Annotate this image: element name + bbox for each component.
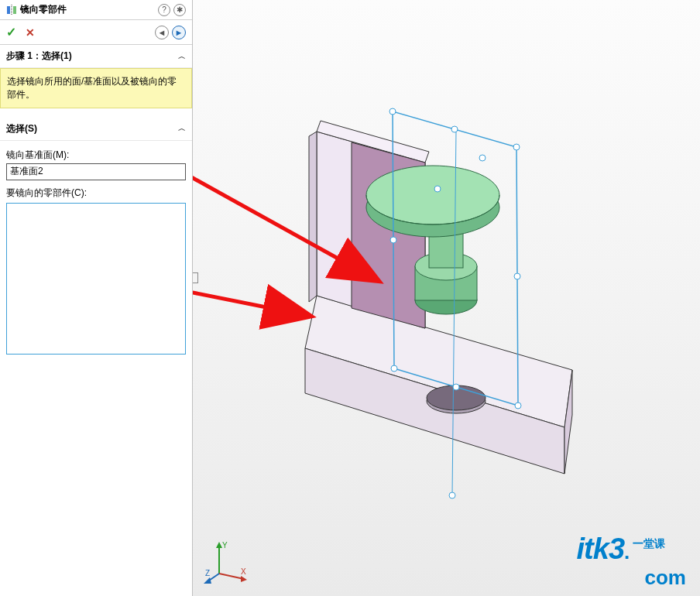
- watermark-text: itk3: [577, 533, 624, 565]
- svg-point-21: [391, 365, 397, 372]
- svg-line-34: [193, 279, 309, 316]
- model-view: [193, 0, 700, 596]
- svg-marker-39: [241, 576, 247, 582]
- confirm-row: ✓ ✕ ◄ ►: [0, 20, 192, 45]
- step1-header[interactable]: 步骤 1：选择(1) ︿: [0, 45, 192, 68]
- svg-point-29: [449, 492, 455, 498]
- svg-point-22: [515, 402, 521, 409]
- chevron-up-icon[interactable]: ︿: [178, 51, 186, 62]
- back-button[interactable]: ◄: [155, 26, 169, 39]
- forward-button[interactable]: ►: [172, 26, 186, 39]
- chevron-up-icon[interactable]: ︿: [178, 123, 186, 134]
- orientation-triad[interactable]: Y X Z: [204, 539, 250, 585]
- svg-marker-42: [204, 577, 211, 584]
- svg-text:X: X: [241, 567, 246, 576]
- ok-button[interactable]: ✓: [6, 25, 16, 39]
- svg-point-26: [451, 126, 458, 132]
- svg-rect-0: [7, 6, 10, 14]
- svg-marker-9: [309, 132, 317, 302]
- svg-point-27: [390, 237, 396, 243]
- cancel-button[interactable]: ✕: [26, 26, 35, 39]
- property-panel: 镜向零部件 ? ✱ ✓ ✕ ◄ ► 步骤 1：选择(1) ︿ 选择镜向所用的面/…: [0, 0, 193, 596]
- step1-hint: 选择镜向所用的面/基准面以及被镜向的零部件。: [0, 68, 192, 108]
- svg-point-30: [479, 155, 486, 161]
- help-icon[interactable]: ?: [158, 4, 170, 16]
- svg-point-23: [513, 144, 520, 150]
- svg-point-24: [389, 108, 396, 115]
- selection-body: 镜向基准面(M): 要镜向的零部件(C):: [0, 141, 192, 359]
- pin-icon[interactable]: ✱: [173, 4, 186, 16]
- step1-title: 步骤 1：选择(1): [6, 50, 72, 63]
- viewport[interactable]: Y X Z itk3.一堂课 com: [193, 0, 700, 596]
- svg-text:Y: Y: [222, 541, 228, 550]
- watermark: itk3.一堂课 com: [577, 533, 686, 590]
- mirror-icon: [6, 5, 17, 15]
- components-label: 要镜向的零部件(C):: [6, 187, 186, 200]
- svg-rect-1: [13, 6, 16, 14]
- svg-point-25: [453, 384, 459, 390]
- panel-title: 镜向零部件: [20, 3, 158, 16]
- svg-text:Z: Z: [205, 569, 210, 577]
- svg-point-28: [514, 273, 520, 279]
- svg-marker-36: [216, 542, 222, 548]
- svg-point-31: [434, 186, 441, 192]
- mirror-plane-input[interactable]: [6, 163, 186, 180]
- selection-header[interactable]: 选择(S) ︿: [0, 118, 192, 141]
- components-listbox[interactable]: [6, 203, 186, 355]
- panel-header: 镜向零部件 ? ✱: [0, 0, 192, 20]
- mirror-plane-label: 镜向基准面(M):: [6, 149, 186, 162]
- selection-title: 选择(S): [6, 122, 37, 135]
